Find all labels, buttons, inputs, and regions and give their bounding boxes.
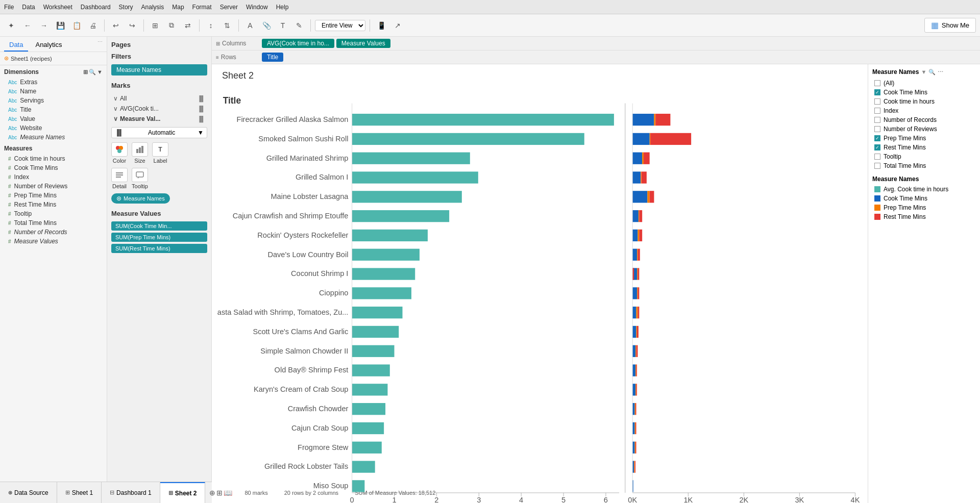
legend-cb-num-reviews-box[interactable]: [874, 126, 880, 132]
mark-detail-control[interactable]: Detail: [111, 168, 128, 189]
tab-sheet1[interactable]: ⊞ Sheet 1: [57, 482, 102, 503]
legend-cb-all[interactable]: (All): [872, 79, 976, 88]
legend-cb-total-mins-box[interactable]: [874, 163, 880, 169]
mark-type-dropdown[interactable]: ▐▌ Automatic ▼: [111, 127, 207, 138]
legend-cb-total-mins[interactable]: Total Time Mins: [872, 161, 976, 170]
view-selector[interactable]: Entire View: [315, 20, 365, 31]
new-sheet-icon[interactable]: ⊞: [148, 18, 162, 33]
tab-data-source[interactable]: ⊛ Data Source: [0, 482, 57, 503]
duplicate-icon[interactable]: ⧉: [164, 18, 179, 33]
mark-tooltip-control[interactable]: Tooltip: [132, 168, 148, 189]
swap-icon[interactable]: ⇄: [181, 18, 195, 33]
undo-icon[interactable]: ↩: [109, 18, 123, 33]
annotation-icon[interactable]: ✎: [292, 18, 306, 33]
mark-all-row[interactable]: ∨ All ▐▌: [111, 93, 207, 104]
dim-website[interactable]: AbcWebsite: [0, 123, 107, 133]
dim-extras[interactable]: AbcExtras: [0, 78, 107, 87]
menu-format[interactable]: Format: [192, 4, 212, 11]
legend-cb-index-box[interactable]: [874, 108, 880, 114]
dim-value[interactable]: AbcValue: [0, 114, 107, 123]
meas-prep-time[interactable]: #Prep Time Mins: [0, 191, 107, 200]
save-as-icon[interactable]: 📋: [69, 18, 84, 33]
meas-cook-time-hours[interactable]: #Cook time in hours: [0, 154, 107, 163]
legend-cb-index[interactable]: Index: [872, 106, 976, 115]
legend-cb-num-records[interactable]: Number of Records: [872, 115, 976, 124]
mark-measure-val-row[interactable]: ∨ Measure Val... ▐▌: [111, 114, 207, 124]
meas-tooltip[interactable]: #Tooltip: [0, 209, 107, 218]
legend-cb-rest-mins[interactable]: ✓ Rest Time Mins: [872, 143, 976, 152]
row-pill-title[interactable]: Title: [262, 53, 283, 62]
tab-dashboard1[interactable]: ⊟ Dashboard 1: [102, 482, 160, 503]
meas-measure-values[interactable]: #Measure Values: [0, 237, 107, 246]
print-icon[interactable]: 🖨: [86, 18, 100, 33]
legend-filter-icon[interactable]: ▼: [921, 69, 926, 75]
measure-names-chip[interactable]: ⊛ Measure Names: [111, 193, 170, 204]
menu-map[interactable]: Map: [172, 4, 184, 11]
svg-rect-106: [635, 461, 635, 472]
redo-icon[interactable]: ↪: [125, 18, 139, 33]
dimensions-more-icon[interactable]: ▼: [97, 69, 103, 76]
show-me-button[interactable]: ▦ Show Me: [924, 18, 976, 33]
menu-data[interactable]: Data: [22, 4, 35, 11]
save-icon[interactable]: 💾: [53, 18, 67, 33]
legend-cb-tooltip-box[interactable]: [874, 154, 880, 160]
legend-search-icon[interactable]: 🔍: [928, 69, 936, 76]
menu-window[interactable]: Window: [246, 4, 268, 11]
device-icon[interactable]: 📱: [374, 18, 388, 33]
menu-analysis[interactable]: Analysis: [141, 4, 164, 11]
legend-cb-prep-mins[interactable]: ✓ Prep Time Mins: [872, 134, 976, 143]
menu-server[interactable]: Server: [220, 4, 238, 11]
dim-measure-names[interactable]: AbcMeasure Names: [0, 133, 107, 142]
legend-cb-cook-mins-box[interactable]: ✓: [874, 89, 880, 95]
panel-options-icon[interactable]: ⋯: [97, 39, 103, 52]
format-icon[interactable]: A: [243, 18, 257, 33]
legend-cb-prep-mins-box[interactable]: ✓: [874, 135, 880, 141]
dim-servings[interactable]: AbcServings: [0, 96, 107, 105]
dim-title[interactable]: AbcTitle: [0, 105, 107, 114]
back-icon[interactable]: ←: [20, 18, 35, 33]
mv-chip-rest[interactable]: SUM(Rest Time Mins): [111, 244, 207, 253]
meas-index[interactable]: #Index: [0, 172, 107, 182]
menu-file[interactable]: File: [4, 4, 14, 11]
dimensions-search-icon[interactable]: 🔍: [89, 69, 96, 76]
tooltip-icon[interactable]: 📎: [259, 18, 274, 33]
menu-worksheet[interactable]: Worksheet: [43, 4, 72, 11]
meas-total-time[interactable]: #Total Time Mins: [0, 218, 107, 228]
meas-reviews[interactable]: #Number of Reviews: [0, 182, 107, 191]
meas-cook-time-mins[interactable]: #Cook Time Mins: [0, 163, 107, 172]
legend-cb-rest-mins-box[interactable]: ✓: [874, 144, 880, 150]
home-icon[interactable]: ✦: [4, 18, 18, 33]
legend-cb-tooltip[interactable]: Tooltip: [872, 152, 976, 161]
menu-story[interactable]: Story: [119, 4, 133, 11]
menu-help[interactable]: Help: [276, 4, 289, 11]
caption-icon[interactable]: T: [276, 18, 290, 33]
tab-sheet2[interactable]: ⊞ Sheet 2: [160, 482, 206, 503]
sort-desc-icon[interactable]: ⇅: [220, 18, 234, 33]
legend-cb-cook-mins[interactable]: ✓ Cook Time Mins: [872, 88, 976, 97]
mv-chip-prep[interactable]: SUM(Prep Time Mins): [111, 233, 207, 242]
dimensions-grid-icon[interactable]: ⊞: [83, 69, 88, 76]
meas-num-records[interactable]: #Number of Records: [0, 228, 107, 237]
mark-size-control[interactable]: Size: [132, 142, 148, 164]
forward-icon[interactable]: →: [37, 18, 51, 33]
share-icon[interactable]: ↗: [390, 18, 405, 33]
mark-label-control[interactable]: T Label: [152, 142, 168, 164]
col-pill-2[interactable]: Measure Values: [336, 39, 390, 48]
mark-cook-ti-row[interactable]: ∨ AVG(Cook ti... ▐▌: [111, 104, 207, 114]
legend-more-icon[interactable]: ⋯: [938, 69, 943, 76]
legend-cb-all-box[interactable]: [874, 80, 880, 86]
menu-dashboard[interactable]: Dashboard: [81, 4, 111, 11]
tab-data[interactable]: Data: [4, 39, 28, 52]
mv-chip-cook[interactable]: SUM(Cook Time Min...: [111, 221, 207, 231]
filter-measure-names[interactable]: Measure Names: [111, 64, 207, 76]
legend-cb-num-reviews[interactable]: Number of Reviews: [872, 124, 976, 134]
mark-color-control[interactable]: Color: [111, 142, 128, 164]
sort-asc-icon[interactable]: ↕: [204, 18, 218, 33]
legend-cb-cook-hours[interactable]: Cook time in hours: [872, 97, 976, 106]
legend-cb-num-records-box[interactable]: [874, 117, 880, 123]
tab-analytics[interactable]: Analytics: [30, 39, 67, 52]
legend-cb-cook-hours-box[interactable]: [874, 98, 880, 105]
dim-name[interactable]: AbcName: [0, 87, 107, 96]
meas-rest-time[interactable]: #Rest Time Mins: [0, 200, 107, 209]
col-pill-1[interactable]: AVG(Cook time in ho...: [262, 39, 334, 48]
